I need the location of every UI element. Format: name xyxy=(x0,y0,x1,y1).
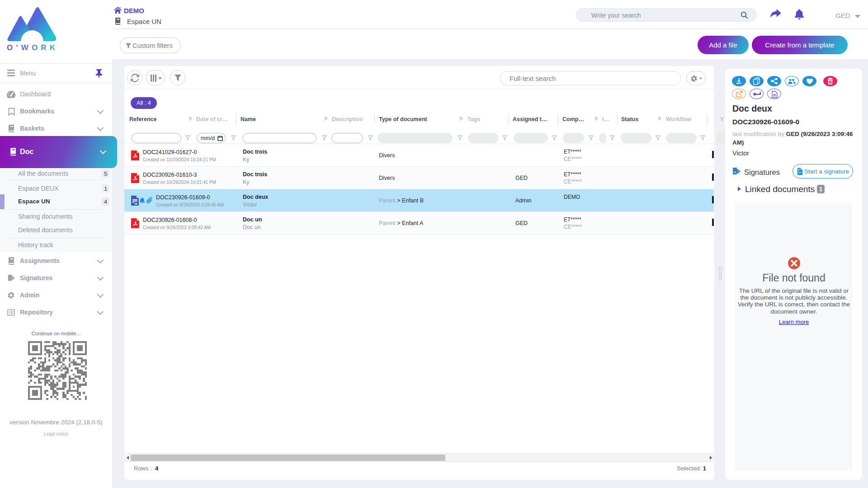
svg-text:O'WORK: O'WORK xyxy=(7,43,57,52)
svg-text:w: w xyxy=(134,202,137,205)
